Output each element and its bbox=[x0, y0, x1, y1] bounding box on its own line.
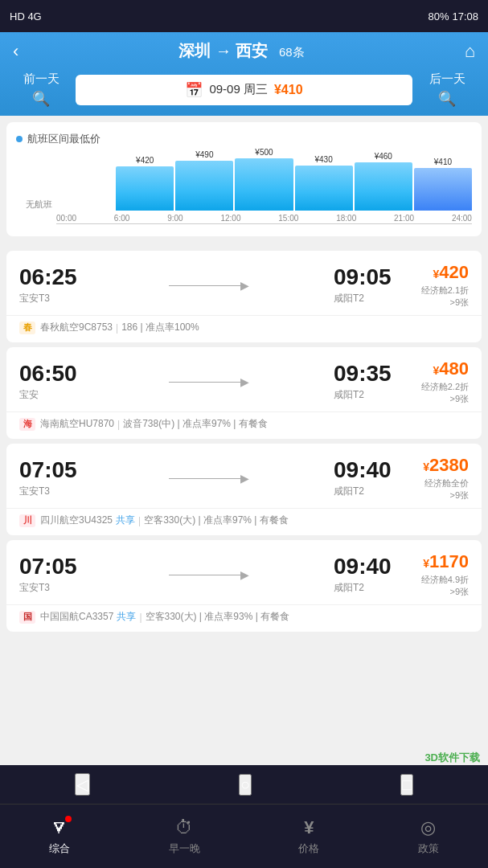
system-bar: ◁ ○ □ bbox=[0, 765, 488, 804]
nav-item-早一晚[interactable]: ⏱早一晚 bbox=[156, 814, 213, 859]
time-text: 17:08 bbox=[452, 10, 478, 23]
bar-price-1: ¥420 bbox=[136, 156, 154, 165]
flight-card-0[interactable]: 06:25 宝安T3 ▶ 09:05 咸阳T2 ¥420 经济舱2.1折 >9张 bbox=[6, 251, 482, 342]
carrier-text: HD 4G bbox=[10, 10, 42, 23]
nav-label-3: 政策 bbox=[418, 841, 439, 856]
bar-price-4: ¥430 bbox=[315, 155, 333, 164]
time-label-5: 18:00 bbox=[336, 214, 356, 223]
flight-main-1: 06:50 宝安 ▶ 09:35 咸阳T2 ¥480 经济舱2.2折 >9张 bbox=[6, 347, 482, 411]
nav-item-综合[interactable]: ⛛综合 bbox=[36, 814, 83, 859]
flight-info-1: 海 海南航空HU7870 | 波音738(中) | 准点率97% | 有餐食 bbox=[6, 411, 482, 439]
dep-time-2: 07:05 bbox=[19, 459, 84, 481]
bar-6[interactable] bbox=[414, 168, 472, 211]
arrow-head-0: ▶ bbox=[240, 279, 249, 292]
arr-airport-2: 咸阳T2 bbox=[334, 485, 398, 498]
back-sys-button[interactable]: ◁ bbox=[75, 773, 90, 796]
bar-price-3: ¥500 bbox=[255, 148, 273, 157]
flight-list: 06:25 宝安T3 ▶ 09:05 咸阳T2 ¥420 经济舱2.1折 >9张 bbox=[0, 243, 488, 640]
arr-block-3: 09:40 咸阳T2 bbox=[334, 555, 398, 595]
time-label-7: 24:00 bbox=[452, 214, 472, 223]
nav-icon-0: ⛛ bbox=[51, 817, 68, 838]
bar-5[interactable] bbox=[355, 162, 412, 211]
back-button[interactable]: ‹ bbox=[13, 41, 18, 62]
arr-time-1: 09:35 bbox=[334, 362, 398, 385]
home-button[interactable]: ⌂ bbox=[465, 41, 475, 62]
bar-group-4: ¥430 bbox=[295, 155, 353, 211]
price-main-1: ¥480 bbox=[404, 358, 469, 379]
nav-item-价格[interactable]: ¥价格 bbox=[285, 814, 332, 859]
flight-arrow-1: ▶ bbox=[169, 375, 249, 388]
yen-2: ¥ bbox=[423, 461, 429, 473]
header: ‹ 深圳 → 西安 68条 ⌂ 前一天 🔍 📅 09-09 周三 ¥410 后一… bbox=[0, 32, 488, 116]
arr-block-2: 09:40 咸阳T2 bbox=[334, 459, 398, 498]
route-title: 深圳 → 西安 68条 bbox=[18, 40, 464, 62]
flight-card-2[interactable]: 07:05 宝安T3 ▶ 09:40 咸阳T2 ¥2380 经济舱全价 >9张 bbox=[6, 444, 482, 535]
flight-card-3[interactable]: 07:05 宝安T3 ▶ 09:40 咸阳T2 ¥1170 经济舱4.9折 >9… bbox=[6, 540, 482, 632]
clock-icon: ⏱ bbox=[175, 817, 193, 837]
airline-icon-0: 春 bbox=[19, 321, 35, 334]
flight-main-0: 06:25 宝安T3 ▶ 09:05 咸阳T2 ¥420 经济舱2.1折 >9张 bbox=[6, 251, 482, 315]
price-icon: ¥ bbox=[304, 817, 314, 837]
arr-airport-0: 咸阳T2 bbox=[334, 292, 398, 305]
bar-group-0 bbox=[56, 209, 114, 211]
price-class-3: 经济舱4.9折 bbox=[404, 574, 469, 586]
arrow-block-3: ▶ bbox=[90, 568, 327, 581]
bar-group-3: ¥500 bbox=[235, 148, 293, 211]
flight-arrow-2: ▶ bbox=[169, 472, 249, 485]
chart-bars: ¥420¥490¥500¥430¥460¥410 bbox=[16, 154, 472, 211]
arrow-line-1 bbox=[169, 382, 242, 383]
yen-1: ¥ bbox=[433, 364, 439, 377]
price-main-0: ¥420 bbox=[404, 262, 469, 283]
next-search-icon: 🔍 bbox=[438, 90, 456, 108]
watermark-text: 3D软件下载 bbox=[424, 751, 480, 764]
dep-block-1: 06:50 宝安 bbox=[19, 362, 84, 402]
arrow-head-1: ▶ bbox=[240, 375, 249, 388]
flight-details-0: 186 | 准点率100% bbox=[121, 321, 199, 334]
arr-airport-3: 咸阳T2 bbox=[334, 581, 398, 595]
bar-4[interactable] bbox=[295, 166, 353, 211]
nav-badge-0 bbox=[65, 816, 72, 822]
no-flight-label: 无航班 bbox=[16, 199, 52, 211]
arrow-head-3: ▶ bbox=[240, 568, 249, 581]
bar-2[interactable] bbox=[175, 161, 233, 211]
nav-icon-3: ◎ bbox=[420, 817, 436, 838]
bottom-nav: ⛛综合⏱早一晚¥价格◎政策 bbox=[0, 804, 488, 868]
next-day-btn[interactable]: 后一天 🔍 bbox=[419, 72, 475, 108]
arr-time-3: 09:40 bbox=[334, 555, 398, 578]
shared-tag-2: 共享 bbox=[116, 514, 135, 527]
airline-name-1: 海南航空HU7870 bbox=[40, 417, 114, 431]
status-right: 80% 17:08 bbox=[428, 10, 478, 23]
arrow-block-0: ▶ bbox=[90, 279, 327, 292]
watermark: 3D软件下载 bbox=[424, 751, 480, 765]
flight-info-0: 春 春秋航空9C8753 | 186 | 准点率100% bbox=[6, 315, 482, 342]
calendar-icon: 📅 bbox=[185, 81, 203, 99]
flight-details-1: 波音738(中) | 准点率97% | 有餐食 bbox=[123, 417, 268, 431]
bar-1[interactable] bbox=[116, 166, 174, 211]
price-block-2: ¥2380 经济舱全价 >9张 bbox=[404, 455, 469, 502]
divider-2: | bbox=[138, 515, 141, 526]
flight-card-1[interactable]: 06:50 宝安 ▶ 09:35 咸阳T2 ¥480 经济舱2.2折 >9张 bbox=[6, 347, 482, 439]
time-label-2: 9:00 bbox=[167, 214, 182, 223]
prev-day-btn[interactable]: 前一天 🔍 bbox=[13, 72, 69, 108]
date-selector[interactable]: 📅 09-09 周三 ¥410 bbox=[76, 75, 412, 105]
prev-search-icon: 🔍 bbox=[32, 90, 50, 108]
policy-icon: ◎ bbox=[420, 817, 436, 837]
battery-text: 80% bbox=[428, 10, 449, 23]
nav-item-政策[interactable]: ◎政策 bbox=[405, 814, 452, 859]
bar-price-2: ¥490 bbox=[195, 150, 213, 159]
content-area: 航班区间最低价 无航班 ¥420¥490¥500¥430¥460¥410 00:… bbox=[0, 122, 488, 768]
home-sys-button[interactable]: ○ bbox=[239, 774, 252, 796]
recent-sys-button[interactable]: □ bbox=[400, 774, 413, 796]
route-label: 深圳 → 西安 bbox=[178, 42, 268, 59]
arr-airport-1: 咸阳T2 bbox=[334, 388, 398, 402]
price-class-2: 经济舱全价 bbox=[404, 477, 469, 489]
bar-3[interactable] bbox=[235, 158, 293, 211]
price-block-0: ¥420 经济舱2.1折 >9张 bbox=[404, 262, 469, 309]
airline-name-2: 四川航空3U4325 bbox=[40, 514, 113, 527]
price-class-1: 经济舱2.2折 bbox=[404, 381, 469, 393]
bar-group-5: ¥460 bbox=[355, 152, 412, 211]
dep-airport-0: 宝安T3 bbox=[19, 292, 84, 305]
flight-arrow-0: ▶ bbox=[169, 279, 249, 292]
airline-name-0: 春秋航空9C8753 bbox=[40, 321, 113, 334]
yen-3: ¥ bbox=[423, 557, 429, 570]
